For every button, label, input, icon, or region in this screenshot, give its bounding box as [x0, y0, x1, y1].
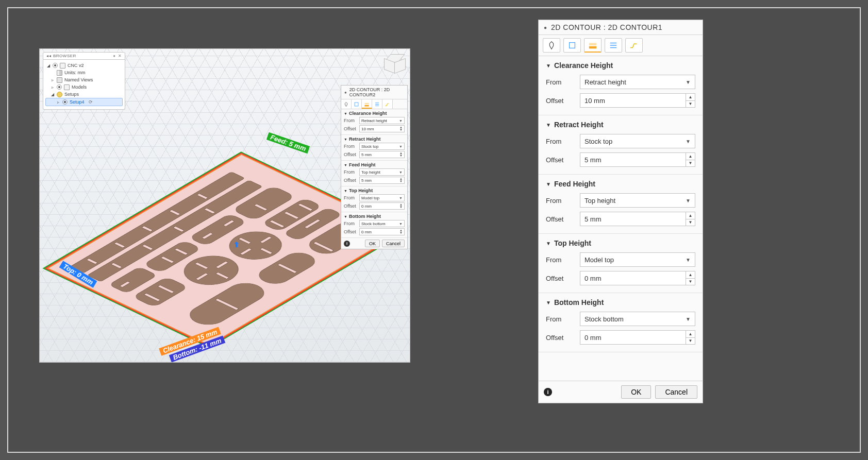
spinner-icon[interactable]: ▲▼: [686, 271, 695, 285]
tab-geometry[interactable]: [563, 38, 581, 53]
chevron-down-icon[interactable]: ▼: [546, 181, 551, 187]
tab-linking[interactable]: [382, 99, 393, 109]
spinner-icon[interactable]: ▲▼: [686, 153, 695, 166]
select-feed-from[interactable]: Top height▼: [359, 168, 405, 176]
tab-tool[interactable]: [341, 99, 352, 109]
height-label-feed[interactable]: Feed: 5 mm: [266, 132, 310, 154]
section-header-retract[interactable]: ▼Retract Height: [546, 121, 695, 129]
number-clearance-offset[interactable]: 10 mm▲▼: [359, 125, 405, 132]
tab-geometry[interactable]: [352, 99, 362, 109]
chevron-down-icon[interactable]: ▼: [546, 300, 551, 305]
browser-options-icon[interactable]: ●: [113, 54, 115, 58]
browser-close-icon[interactable]: ✕: [118, 54, 122, 58]
number-clearance-offset[interactable]: 10 mm▲▼: [580, 93, 695, 108]
select-bottom-from[interactable]: Stock bottom▼: [359, 220, 405, 227]
spinner-icon[interactable]: ▲▼: [399, 229, 403, 234]
visibility-icon[interactable]: [53, 63, 58, 68]
number-retract-offset[interactable]: 5 mm▲▼: [580, 152, 695, 167]
select-clearance-from[interactable]: Retract height▼: [580, 75, 695, 89]
tree-label: CNC v2: [68, 63, 84, 68]
panel-title-bar[interactable]: ● 2D CONTOUR : 2D CONTOUR1: [539, 20, 703, 35]
tab-tool[interactable]: [543, 38, 560, 53]
section-header-feed[interactable]: ▼Feed Height: [546, 180, 695, 188]
tree-row-named-views[interactable]: ▹ Named Views: [45, 76, 123, 83]
spinner-icon[interactable]: ▲▼: [399, 178, 403, 183]
chevron-down-icon[interactable]: ▼: [344, 112, 347, 115]
twisty-icon[interactable]: ▹: [56, 100, 60, 105]
spinner-icon[interactable]: ▲▼: [399, 126, 403, 131]
move-handle-icon[interactable]: ⬆: [233, 241, 240, 249]
refresh-icon[interactable]: ⟳: [89, 99, 93, 105]
visibility-icon[interactable]: [62, 99, 68, 105]
tab-passes[interactable]: [372, 99, 382, 109]
tree-row-models[interactable]: ▹ Models: [45, 83, 123, 91]
view-cube[interactable]: [384, 54, 405, 75]
section-header-top[interactable]: ▼Top Height: [344, 188, 405, 193]
spinner-icon[interactable]: ▲▼: [686, 94, 695, 107]
chevron-down-icon[interactable]: ▼: [344, 138, 347, 141]
tab-linking[interactable]: [625, 38, 643, 53]
section-header-top[interactable]: ▼Top Height: [546, 239, 695, 247]
number-top-offset[interactable]: 0 mm▲▼: [580, 271, 695, 285]
twisty-icon[interactable]: ◢: [51, 92, 55, 97]
tree-row-units[interactable]: Units: mm: [45, 69, 123, 76]
tab-heights[interactable]: [584, 38, 602, 53]
close-dot-icon[interactable]: ●: [544, 25, 547, 30]
tree-label: Models: [72, 84, 87, 90]
row-bottom-from: FromStock bottom▼: [546, 312, 695, 326]
spinner-icon[interactable]: ▲▼: [399, 152, 403, 157]
select-retract-from[interactable]: Stock top▼: [359, 143, 405, 150]
tree-row-active-setup[interactable]: ▹ Setup4 ⟳: [45, 98, 123, 106]
label-clearance-offset: Offset: [344, 126, 359, 131]
number-top-offset[interactable]: 0 mm▲▼: [359, 202, 405, 210]
spinner-icon[interactable]: ▲▼: [686, 331, 695, 344]
chevron-down-icon[interactable]: ▼: [546, 241, 551, 246]
number-feed-offset[interactable]: 5 mm▲▼: [359, 177, 405, 184]
number-bottom-offset[interactable]: 0 mm▲▼: [580, 330, 695, 345]
chevron-down-icon[interactable]: ▼: [344, 189, 347, 193]
twisty-icon[interactable]: ◢: [46, 63, 51, 68]
number-retract-offset[interactable]: 5 mm▲▼: [359, 151, 405, 158]
mini-ok-button[interactable]: OK: [365, 240, 380, 247]
section-header-clearance[interactable]: ▼Clearance Height: [344, 111, 405, 116]
info-icon[interactable]: i: [344, 241, 350, 247]
select-retract-from[interactable]: Stock top▼: [580, 134, 695, 148]
section-header-clearance[interactable]: ▼Clearance Height: [546, 61, 695, 70]
chevron-down-icon[interactable]: ▼: [344, 163, 347, 167]
select-clearance-from[interactable]: Retract height▼: [359, 117, 405, 124]
tree-row-setups[interactable]: ◢ Setups: [45, 91, 123, 98]
mini-heights-panel: ● 2D CONTOUR : 2D CONTOUR2 ▼Clearance He…: [341, 85, 408, 249]
select-top-from[interactable]: Model top▼: [359, 194, 405, 201]
twisty-icon[interactable]: ▹: [51, 85, 55, 90]
ok-button[interactable]: OK: [621, 385, 651, 399]
browser-collapse-icon[interactable]: ◂◂: [46, 54, 51, 58]
info-icon[interactable]: i: [544, 388, 552, 396]
visibility-icon[interactable]: [57, 84, 62, 90]
number-feed-offset[interactable]: 5 mm▲▼: [580, 212, 695, 226]
spinner-icon[interactable]: ▲▼: [686, 212, 695, 226]
mini-cancel-button[interactable]: Cancel: [382, 240, 405, 247]
chevron-down-icon[interactable]: ▼: [546, 63, 551, 69]
number-bottom-offset[interactable]: 0 mm▲▼: [359, 228, 405, 235]
section-header-feed[interactable]: ▼Feed Height: [344, 162, 405, 167]
select-top-from[interactable]: Model top▼: [580, 252, 695, 267]
mini-panel-title[interactable]: ● 2D CONTOUR : 2D CONTOUR2: [341, 86, 407, 99]
section-header-bottom[interactable]: ▼Bottom Height: [546, 298, 695, 306]
tree-row-root[interactable]: ◢ CNC v2: [45, 62, 123, 69]
section-top: ▼Top HeightFromModel top▼Offset0 mm▲▼: [539, 234, 703, 293]
spinner-icon[interactable]: ▲▼: [399, 203, 403, 209]
select-feed-from[interactable]: Top height▼: [580, 193, 695, 208]
tab-heights[interactable]: [362, 99, 372, 109]
browser-header[interactable]: ◂◂ BROWSER ● ✕: [43, 52, 125, 60]
chevron-down-icon[interactable]: ▼: [546, 122, 551, 128]
twisty-icon[interactable]: ▹: [51, 78, 55, 82]
cancel-button[interactable]: Cancel: [655, 385, 697, 399]
chevron-down-icon[interactable]: ▼: [344, 215, 347, 218]
select-bottom-from[interactable]: Stock bottom▼: [580, 312, 695, 326]
tab-passes[interactable]: [605, 38, 622, 53]
cad-viewport[interactable]: ◂◂ BROWSER ● ✕ ◢ CNC v2 Units: mm: [39, 48, 410, 363]
section-header-bottom[interactable]: ▼Bottom Height: [344, 214, 405, 219]
svg-rect-0: [355, 103, 358, 106]
section-header-retract[interactable]: ▼Retract Height: [344, 137, 405, 142]
close-dot-icon[interactable]: ●: [344, 90, 347, 95]
